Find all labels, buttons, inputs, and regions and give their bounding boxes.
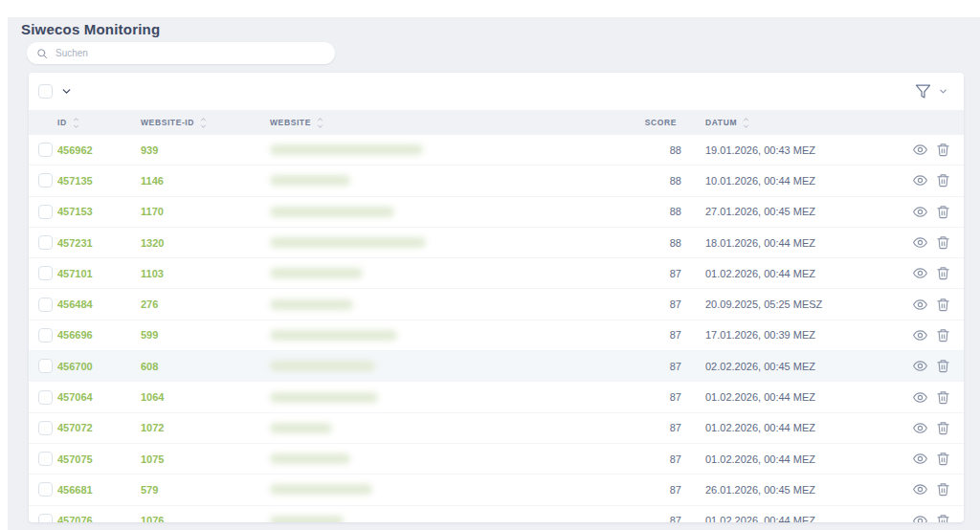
table-row[interactable]: 457101 1103 87 01.02.2026, 00:44 MEZ [29, 258, 964, 289]
chevron-down-icon[interactable] [938, 86, 948, 97]
table-toolbar [29, 73, 964, 110]
select-all-checkbox[interactable] [38, 84, 53, 99]
search-input[interactable] [56, 48, 325, 58]
row-id: 456700 [57, 361, 141, 372]
table-row[interactable]: 456962 939 88 19.01.2026, 00:43 MEZ [29, 135, 964, 166]
trash-icon[interactable] [936, 143, 950, 157]
eye-icon[interactable] [913, 143, 927, 157]
trash-icon[interactable] [936, 266, 950, 280]
row-datum: 01.02.2026, 00:44 MEZ [681, 268, 902, 279]
trash-icon[interactable] [936, 421, 950, 435]
page-background: Siwecos Monitoring ID [8, 17, 980, 530]
row-checkbox-cell [29, 421, 57, 435]
row-checkbox[interactable] [38, 298, 53, 312]
row-checkbox[interactable] [38, 235, 53, 250]
row-id: 457153 [57, 206, 141, 217]
row-checkbox[interactable] [38, 173, 53, 188]
row-website-cell [270, 361, 653, 371]
table-row[interactable]: 456484 276 87 20.09.2025, 05:25 MESZ [29, 289, 964, 320]
column-header-website[interactable]: WEBSITE [270, 117, 653, 129]
row-checkbox[interactable] [38, 452, 53, 466]
row-checkbox[interactable] [38, 482, 53, 497]
table-row[interactable]: 456700 608 87 02.02.2026, 00:45 MEZ [29, 351, 964, 382]
row-checkbox-cell [29, 482, 57, 497]
row-website-id: 608 [141, 361, 270, 372]
table-row[interactable]: 457064 1064 87 01.02.2026, 00:44 MEZ [29, 382, 964, 412]
eye-icon[interactable] [913, 421, 927, 435]
eye-icon[interactable] [913, 266, 927, 280]
row-checkbox-cell [29, 205, 57, 219]
trash-icon[interactable] [936, 205, 950, 219]
eye-icon[interactable] [913, 514, 927, 522]
sort-icon[interactable] [316, 117, 324, 129]
row-actions [902, 298, 964, 312]
sort-icon[interactable] [72, 117, 80, 129]
eye-icon[interactable] [913, 359, 927, 373]
row-score: 88 [653, 206, 681, 217]
row-checkbox[interactable] [38, 328, 53, 342]
eye-icon[interactable] [913, 205, 927, 219]
eye-icon[interactable] [913, 482, 927, 497]
row-datum: 19.01.2026, 00:43 MEZ [681, 144, 902, 156]
redacted-website-value [270, 361, 375, 371]
row-checkbox[interactable] [38, 421, 53, 435]
sort-icon[interactable] [742, 117, 750, 129]
trash-icon[interactable] [936, 235, 950, 250]
row-actions [902, 266, 964, 280]
trash-icon[interactable] [936, 359, 950, 373]
table-row[interactable]: 457231 1320 88 18.01.2026, 00:44 MEZ [29, 228, 964, 258]
table-row[interactable]: 456681 579 87 26.01.2026, 00:45 MEZ [29, 475, 964, 505]
chevron-down-icon[interactable] [60, 85, 73, 98]
trash-icon[interactable] [936, 452, 950, 466]
row-website-id: 1170 [141, 206, 270, 217]
sort-icon[interactable] [199, 117, 208, 129]
column-header-website-id[interactable]: WEBSITE-ID [141, 117, 270, 129]
trash-icon[interactable] [936, 390, 950, 405]
column-header-datum[interactable]: DATUM [681, 117, 902, 129]
row-checkbox-cell [29, 173, 57, 188]
trash-icon[interactable] [936, 173, 950, 188]
column-header-id[interactable]: ID [57, 117, 141, 129]
search-box[interactable] [27, 42, 335, 64]
trash-icon[interactable] [936, 482, 950, 497]
trash-icon[interactable] [936, 328, 950, 342]
funnel-icon[interactable] [915, 83, 931, 99]
eye-icon[interactable] [913, 298, 927, 312]
trash-icon[interactable] [936, 298, 950, 312]
table-body: 456962 939 88 19.01.2026, 00:43 MEZ 4571… [29, 135, 964, 522]
row-checkbox[interactable] [38, 359, 53, 373]
eye-icon[interactable] [913, 328, 927, 342]
redacted-website-value [270, 516, 344, 522]
column-header-score[interactable]: SCORE [653, 117, 681, 129]
row-datum: 01.02.2026, 00:44 MEZ [681, 453, 902, 465]
row-datum: 18.01.2026, 00:44 MEZ [681, 237, 902, 249]
row-website-id: 939 [141, 144, 270, 156]
row-checkbox[interactable] [38, 514, 53, 522]
row-actions [902, 452, 964, 466]
row-checkbox-cell [29, 235, 57, 250]
row-website-id: 1072 [141, 422, 270, 433]
table-row[interactable]: 457153 1170 88 27.01.2026, 00:45 MEZ [29, 197, 964, 228]
row-checkbox[interactable] [38, 266, 53, 280]
row-id: 457101 [57, 268, 141, 279]
redacted-website-value [270, 207, 394, 217]
trash-icon[interactable] [936, 514, 950, 522]
eye-icon[interactable] [913, 390, 927, 405]
table-row[interactable]: 456696 599 87 17.01.2026, 00:39 MEZ [29, 320, 964, 351]
row-checkbox[interactable] [38, 205, 53, 219]
table-row[interactable]: 457076 1076 87 01.02.2026, 00:44 MEZ [29, 506, 964, 522]
row-datum: 27.01.2026, 00:45 MEZ [681, 206, 902, 217]
row-checkbox[interactable] [38, 143, 53, 157]
row-score: 88 [653, 175, 681, 187]
row-id: 457135 [57, 175, 141, 187]
row-actions [902, 143, 964, 157]
eye-icon[interactable] [913, 173, 927, 188]
table-row[interactable]: 457072 1072 87 01.02.2026, 00:44 MEZ [29, 413, 964, 444]
row-website-cell [270, 453, 653, 464]
eye-icon[interactable] [913, 235, 927, 250]
table-row[interactable]: 457135 1146 88 10.01.2026, 00:44 MEZ [29, 166, 964, 196]
row-score: 87 [653, 329, 681, 341]
row-checkbox[interactable] [38, 390, 53, 405]
eye-icon[interactable] [913, 452, 927, 466]
table-row[interactable]: 457075 1075 87 01.02.2026, 00:44 MEZ [29, 444, 964, 475]
